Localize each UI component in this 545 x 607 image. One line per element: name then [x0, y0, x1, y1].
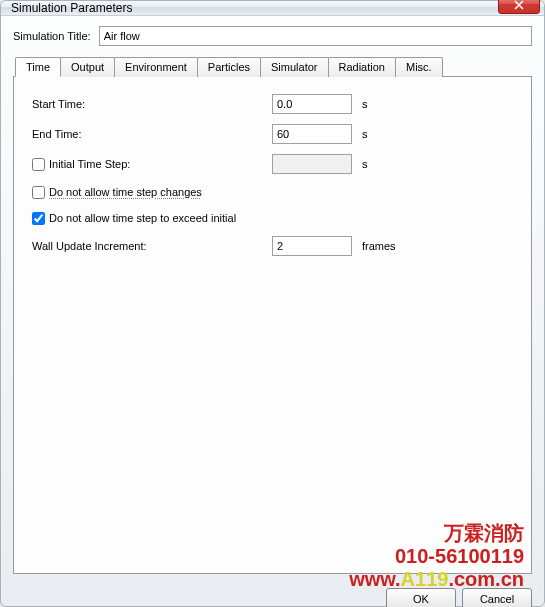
wall-update-row: Wall Update Increment: frames	[32, 235, 513, 257]
ok-button[interactable]: OK	[386, 588, 456, 607]
button-bar: OK Cancel	[1, 582, 544, 607]
wall-update-unit: frames	[362, 240, 396, 252]
initial-step-row: Initial Time Step: s	[32, 153, 513, 175]
no-step-changes-label: Do not allow time step changes	[49, 186, 202, 198]
tab-radiation[interactable]: Radiation	[328, 57, 396, 77]
end-time-row: End Time: s	[32, 123, 513, 145]
simulation-title-row: Simulation Title:	[13, 26, 532, 46]
no-exceed-initial-checkbox[interactable]	[32, 212, 45, 225]
wall-update-label: Wall Update Increment:	[32, 240, 272, 252]
no-exceed-initial-label: Do not allow time step to exceed initial	[49, 212, 236, 224]
tab-simulator[interactable]: Simulator	[260, 57, 328, 77]
initial-step-unit: s	[362, 158, 368, 170]
end-time-unit: s	[362, 128, 368, 140]
tab-output[interactable]: Output	[60, 57, 115, 77]
tab-environment[interactable]: Environment	[114, 57, 198, 77]
start-time-label: Start Time:	[32, 98, 272, 110]
cancel-button[interactable]: Cancel	[462, 588, 532, 607]
end-time-label: End Time:	[32, 128, 272, 140]
tab-panel-time: Start Time: s End Time: s Initial Time S…	[13, 76, 532, 574]
initial-step-input	[272, 154, 352, 174]
dialog-window: Simulation Parameters Simulation Title: …	[0, 0, 545, 607]
initial-step-label: Initial Time Step:	[49, 158, 130, 170]
simulation-title-input[interactable]	[99, 26, 532, 46]
tab-strip: Time Output Environment Particles Simula…	[13, 56, 532, 76]
close-icon	[514, 0, 524, 10]
no-step-changes-checkbox[interactable]	[32, 186, 45, 199]
close-button[interactable]	[498, 0, 540, 14]
end-time-input[interactable]	[272, 124, 352, 144]
titlebar: Simulation Parameters	[1, 1, 544, 16]
initial-step-checkbox[interactable]	[32, 158, 45, 171]
start-time-input[interactable]	[272, 94, 352, 114]
tab-misc[interactable]: Misc.	[395, 57, 443, 77]
start-time-row: Start Time: s	[32, 93, 513, 115]
simulation-title-label: Simulation Title:	[13, 30, 91, 42]
start-time-unit: s	[362, 98, 368, 110]
dialog-content: Simulation Title: Time Output Environmen…	[1, 16, 544, 582]
tab-time[interactable]: Time	[15, 57, 61, 77]
tab-particles[interactable]: Particles	[197, 57, 261, 77]
no-step-changes-row: Do not allow time step changes	[32, 183, 513, 201]
no-exceed-initial-row: Do not allow time step to exceed initial	[32, 209, 513, 227]
window-title: Simulation Parameters	[11, 1, 498, 15]
wall-update-input[interactable]	[272, 236, 352, 256]
tabs-area: Time Output Environment Particles Simula…	[13, 56, 532, 574]
